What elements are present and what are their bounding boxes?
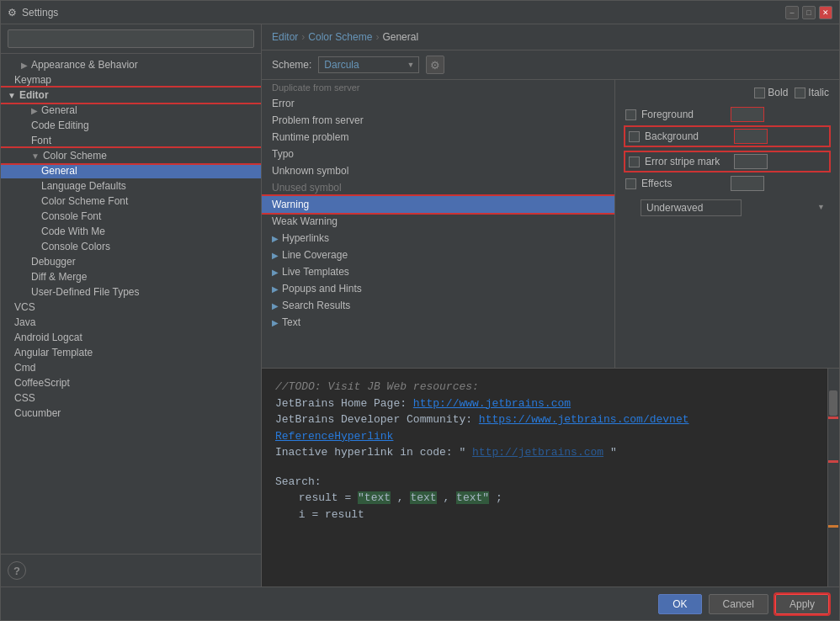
preview-scrollbar-thumb[interactable] — [829, 390, 837, 416]
scheme-select[interactable]: Darcula Default High Contrast — [318, 56, 419, 73]
search-input[interactable] — [8, 29, 254, 48]
help-button[interactable]: ? — [8, 561, 26, 580]
preview-devnet-url[interactable]: https://www.jetbrains.com/devnet — [479, 413, 689, 426]
bold-checkbox[interactable] — [754, 88, 765, 98]
list-item-label: Popups and Hints — [282, 283, 362, 295]
sidebar-item-console-colors[interactable]: Console Colors — [1, 239, 261, 254]
sidebar-item-font[interactable]: Font — [1, 133, 261, 148]
sidebar-item-label: Cucumber — [14, 407, 61, 419]
sidebar-item-vcs[interactable]: VCS — [1, 300, 261, 315]
breadcrumb-editor[interactable]: Editor — [272, 31, 298, 43]
sidebar-item-label: Editor — [19, 89, 49, 101]
arrow-icon: ▶ — [272, 318, 279, 327]
settings-window: ⚙ Settings – □ ✕ ▶ Appearance & Behavior… — [0, 0, 840, 621]
list-item-text[interactable]: ▶ Text — [262, 314, 614, 331]
content-area: Duplicate from server Error Problem from… — [262, 80, 839, 368]
sidebar-item-cucumber[interactable]: Cucumber — [1, 406, 261, 421]
error-stripe-checkbox[interactable] — [629, 157, 640, 167]
sidebar-item-java[interactable]: Java — [1, 315, 261, 330]
preview-result-var: result = — [299, 491, 358, 504]
list-item-line-coverage[interactable]: ▶ Line Coverage — [262, 247, 614, 263]
sidebar-item-keymap[interactable]: Keymap — [1, 72, 261, 88]
ok-button[interactable]: OK — [658, 594, 701, 614]
breadcrumb-color-scheme[interactable]: Color Scheme — [308, 31, 372, 43]
effects-checkbox[interactable] — [625, 178, 636, 189]
scroll-mark-1 — [828, 417, 838, 419]
apply-button[interactable]: Apply — [775, 594, 829, 614]
sidebar-item-debugger[interactable]: Debugger — [1, 254, 261, 269]
sidebar-item-label: Console Font — [41, 210, 101, 222]
list-item-unused-symbol[interactable]: Unused symbol — [262, 179, 614, 196]
sidebar-bottom: ? — [1, 554, 261, 586]
sidebar-item-label: Color Scheme Font — [41, 195, 128, 207]
title-bar: ⚙ Settings – □ ✕ — [1, 1, 839, 24]
preview-inactive-end: " — [610, 446, 617, 459]
list-item-live-templates[interactable]: ▶ Live Templates — [262, 263, 614, 280]
foreground-checkbox[interactable] — [625, 109, 636, 120]
sidebar-item-general[interactable]: ▶ General — [1, 103, 261, 118]
list-item-unknown-symbol[interactable]: Unknown symbol — [262, 162, 614, 179]
preview-search-text1: "text — [358, 491, 391, 504]
list-item-popups-hints[interactable]: ▶ Popups and Hints — [262, 280, 614, 297]
sidebar-item-label: Console Colors — [41, 241, 110, 252]
sidebar-item-cmd[interactable]: Cmd — [1, 360, 261, 375]
preview-scrollbar-track — [827, 369, 839, 586]
sidebar-item-language-defaults[interactable]: Language Defaults — [1, 178, 261, 194]
background-checkbox[interactable] — [629, 131, 640, 142]
arrow-icon: ▶ — [21, 61, 28, 70]
sidebar-item-label: Color Scheme — [43, 150, 107, 162]
list-item-search-results[interactable]: ▶ Search Results — [262, 297, 614, 314]
minimize-button[interactable]: – — [785, 6, 799, 19]
list-item-warning[interactable]: Warning — [262, 196, 614, 213]
sidebar-item-editor[interactable]: ▼ Editor — [1, 88, 261, 103]
sidebar-item-android-logcat[interactable]: Android Logcat — [1, 330, 261, 345]
list-item-label: Search Results — [282, 300, 350, 311]
background-row: Background — [625, 127, 829, 146]
effects-type-select[interactable]: Underwaved Bordered Box Rounded box Stri… — [641, 199, 742, 216]
sidebar-item-css[interactable]: CSS — [1, 390, 261, 406]
error-stripe-color-box[interactable] — [734, 154, 768, 169]
sidebar-item-general-sub[interactable]: General — [1, 163, 261, 178]
preview-reflink-line: ReferenceHyperlink — [275, 428, 826, 445]
sidebar-item-coffeescript[interactable]: CoffeeScript — [1, 375, 261, 390]
scheme-label: Scheme: — [272, 59, 311, 71]
sidebar-item-color-scheme-font[interactable]: Color Scheme Font — [1, 194, 261, 209]
list-item-label: Live Templates — [282, 266, 349, 278]
preview-devnet-label: JetBrains Developer Community: — [275, 413, 479, 426]
sidebar-item-label: Keymap — [14, 74, 51, 86]
scheme-gear-button[interactable]: ⚙ — [426, 56, 444, 74]
preview-ref-link[interactable]: ReferenceHyperlink — [275, 430, 393, 443]
maximize-button[interactable]: □ — [802, 6, 816, 19]
arrow-icon: ▼ — [8, 91, 16, 100]
sidebar-item-user-defined[interactable]: User-Defined File Types — [1, 284, 261, 300]
list-item-hyperlinks[interactable]: ▶ Hyperlinks — [262, 230, 614, 247]
cancel-button[interactable]: Cancel — [709, 594, 768, 614]
sidebar-tree: ▶ Appearance & Behavior Keymap ▼ Editor … — [1, 54, 261, 554]
preview-homepage-url[interactable]: http://www.jetbrains.com — [413, 397, 571, 410]
sidebar-item-angular-template[interactable]: Angular Template — [1, 345, 261, 360]
list-item-typo[interactable]: Typo — [262, 146, 614, 162]
italic-checkbox[interactable] — [795, 88, 805, 98]
sidebar-item-diff-merge[interactable]: Diff & Merge — [1, 269, 261, 284]
list-item-error[interactable]: Error — [262, 95, 614, 112]
foreground-color-box[interactable] — [731, 107, 764, 122]
sidebar-item-label: Font — [31, 135, 51, 146]
arrow-icon: ▶ — [272, 234, 279, 243]
background-color-box[interactable] — [734, 129, 768, 144]
close-button[interactable]: ✕ — [819, 6, 832, 19]
list-item-runtime-problem[interactable]: Runtime problem — [262, 129, 614, 146]
sidebar-item-label: Cmd — [14, 362, 35, 374]
sidebar-item-console-font[interactable]: Console Font — [1, 209, 261, 224]
list-item-duplicate[interactable]: Duplicate from server — [262, 80, 614, 95]
sidebar-item-color-scheme[interactable]: ▼ Color Scheme — [1, 148, 261, 163]
effects-color-box[interactable] — [731, 176, 764, 191]
sidebar-item-label: Code With Me — [41, 226, 105, 237]
list-item-problem-from-server[interactable]: Problem from server — [262, 112, 614, 129]
preview-area: //TODO: Visit JB Web resources: JetBrain… — [262, 368, 839, 586]
sidebar-item-code-with-me[interactable]: Code With Me — [1, 224, 261, 239]
sidebar-item-appearance[interactable]: ▶ Appearance & Behavior — [1, 57, 261, 72]
title-bar-controls: – □ ✕ — [785, 6, 832, 19]
italic-item: Italic — [795, 87, 829, 98]
list-item-weak-warning[interactable]: Weak Warning — [262, 213, 614, 230]
sidebar-item-code-editing[interactable]: Code Editing — [1, 118, 261, 133]
